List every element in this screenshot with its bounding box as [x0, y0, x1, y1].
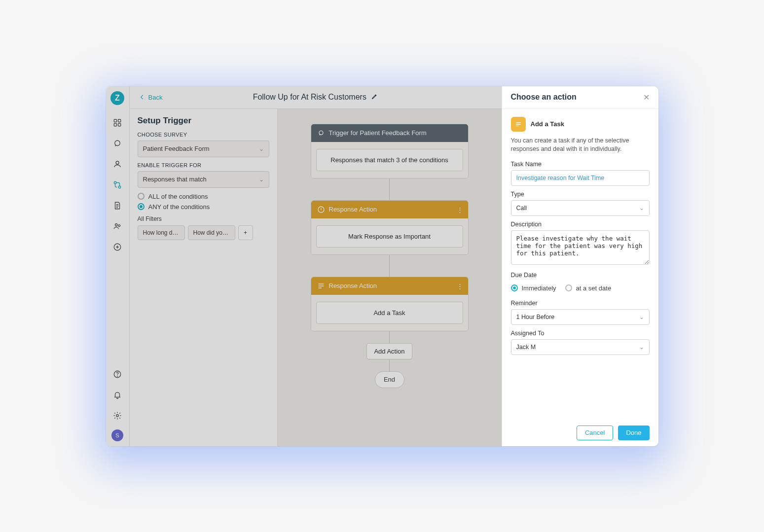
- document-icon[interactable]: [110, 199, 124, 213]
- chevron-down-icon: ⌄: [639, 344, 644, 351]
- svg-point-12: [117, 376, 118, 376]
- enable-trigger-label: ENABLE TRIGGER FOR: [138, 162, 269, 168]
- close-icon[interactable]: ✕: [643, 93, 650, 102]
- assigned-label: Assigned To: [511, 330, 650, 337]
- trigger-header: Trigger for Patient Feedback Form: [311, 124, 468, 142]
- radio-all[interactable]: ALL of the conditions: [138, 193, 269, 200]
- user-icon[interactable]: [110, 157, 124, 171]
- add-action-button[interactable]: Add Action: [366, 343, 412, 359]
- radio-any-label: ANY of the conditions: [148, 203, 210, 211]
- due-date-label: Due Date: [511, 272, 650, 279]
- sidebar: Z S: [106, 86, 130, 446]
- radio-circle-checked: [138, 203, 145, 210]
- app-window: Z S Back Follow Up for At Risk Customers: [106, 86, 658, 446]
- type-select[interactable]: Call ⌄: [511, 200, 650, 216]
- svg-rect-0: [114, 119, 116, 122]
- due-set-date-radio[interactable]: at a set date: [565, 284, 612, 292]
- filter-chip[interactable]: How long did yo...: [138, 225, 185, 240]
- done-button[interactable]: Done: [618, 426, 649, 440]
- desc-label: Description: [511, 221, 650, 228]
- svg-point-4: [115, 141, 120, 146]
- due-immediately-radio[interactable]: Immediately: [511, 284, 556, 292]
- back-button[interactable]: Back: [139, 94, 163, 101]
- setup-heading: Setup Trigger: [138, 116, 269, 126]
- assigned-value: Jack M: [516, 344, 536, 351]
- action-body: Mark Response as Important: [311, 218, 468, 254]
- svg-point-7: [118, 186, 121, 188]
- radio-circle-checked: [511, 284, 518, 291]
- svg-point-5: [116, 161, 119, 164]
- svg-point-9: [118, 224, 120, 226]
- reminder-select[interactable]: 1 Hour Before ⌄: [511, 309, 650, 325]
- choose-survey-label: CHOOSE SURVEY: [138, 132, 269, 138]
- survey-select[interactable]: Patient Feedback Form ⌄: [138, 141, 269, 157]
- action-node-1[interactable]: Response Action ⋮ Mark Response as Impor…: [311, 200, 469, 255]
- svg-point-13: [116, 414, 119, 417]
- radio-any[interactable]: ANY of the conditions: [138, 203, 269, 211]
- cancel-button[interactable]: Cancel: [577, 426, 613, 440]
- action-header-text: Response Action: [329, 282, 377, 289]
- action-body-text: Mark Response as Important: [316, 225, 463, 248]
- topbar: Back Follow Up for At Risk Customers: [130, 86, 502, 109]
- connector-line: [389, 331, 390, 343]
- notification-icon[interactable]: [110, 388, 124, 402]
- svg-point-14: [319, 131, 323, 135]
- panel-header: Choose an action ✕: [502, 86, 658, 109]
- action-header-text: Response Action: [329, 206, 377, 213]
- panel-footer: Cancel Done: [502, 420, 658, 446]
- trigger-header-text: Trigger for Patient Feedback Form: [329, 129, 427, 137]
- avatar[interactable]: S: [111, 429, 123, 441]
- page-title-text: Follow Up for At Risk Customers: [253, 93, 366, 101]
- filter-chip[interactable]: How did you rat...: [188, 225, 235, 240]
- config-column: Setup Trigger CHOOSE SURVEY Patient Feed…: [130, 109, 278, 446]
- task-header: Add a Task: [511, 117, 650, 132]
- add-filter-button[interactable]: +: [238, 225, 253, 240]
- assigned-select[interactable]: Jack M ⌄: [511, 339, 650, 355]
- body: Setup Trigger CHOOSE SURVEY Patient Feed…: [130, 109, 502, 446]
- menu-dots-icon[interactable]: ⋮: [457, 206, 463, 213]
- all-filters-label: All Filters: [138, 215, 269, 222]
- radio-circle: [565, 284, 572, 291]
- trigger-select[interactable]: Responses that match ⌄: [138, 171, 269, 188]
- right-panel: Choose an action ✕ Add a Task You can cr…: [502, 86, 658, 446]
- task-name-input[interactable]: [511, 170, 650, 186]
- main: Back Follow Up for At Risk Customers Set…: [130, 86, 502, 446]
- chevron-down-icon: ⌄: [639, 314, 644, 320]
- canvas: Trigger for Patient Feedback Form Respon…: [278, 109, 502, 446]
- trigger-body-text: Responses that match 3 of the conditions: [316, 149, 463, 171]
- help-icon[interactable]: [110, 367, 124, 381]
- action-node-2[interactable]: Response Action ⋮ Add a Task: [311, 277, 469, 331]
- connector-line: [389, 255, 390, 277]
- panel-body: Add a Task You can create a task if any …: [502, 109, 658, 420]
- due-set-date-label: at a set date: [576, 284, 612, 292]
- end-node: End: [375, 371, 404, 388]
- dashboard-icon[interactable]: [110, 116, 124, 130]
- task-icon: [511, 117, 526, 132]
- menu-dots-icon[interactable]: ⋮: [457, 282, 463, 289]
- chevron-down-icon: ⌄: [259, 145, 264, 152]
- page-title: Follow Up for At Risk Customers: [130, 93, 502, 102]
- task-name-label: Task Name: [511, 161, 650, 168]
- trigger-node[interactable]: Trigger for Patient Feedback Form Respon…: [311, 124, 469, 178]
- action-header: Response Action ⋮: [311, 277, 468, 295]
- settings-icon[interactable]: [110, 409, 124, 423]
- chat-icon[interactable]: [110, 137, 124, 150]
- connector-line: [389, 178, 390, 200]
- action-header: Response Action ⋮: [311, 201, 468, 218]
- svg-point-8: [115, 223, 118, 226]
- description-textarea[interactable]: [511, 230, 650, 265]
- chevron-down-icon: ⌄: [259, 176, 264, 183]
- radio-circle: [138, 193, 145, 200]
- panel-title: Choose an action: [511, 93, 577, 102]
- svg-rect-3: [118, 123, 121, 126]
- filter-chips: How long did yo... How did you rat... +: [138, 225, 269, 240]
- edit-icon[interactable]: [371, 93, 378, 101]
- task-description: You can create a task if any of the sele…: [511, 137, 650, 154]
- svg-rect-1: [118, 119, 121, 122]
- connector-line: [389, 359, 390, 371]
- due-date-radios: Immediately at a set date: [511, 282, 650, 295]
- team-icon[interactable]: [110, 219, 124, 233]
- logo[interactable]: Z: [110, 91, 124, 105]
- add-icon[interactable]: [110, 240, 124, 254]
- workflow-icon[interactable]: [110, 178, 124, 192]
